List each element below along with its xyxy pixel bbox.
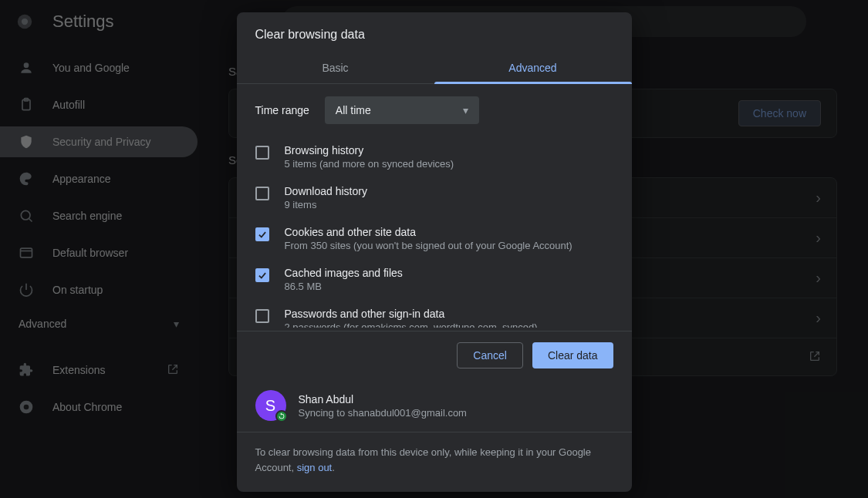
sidebar-item-label: Default browser	[52, 247, 128, 259]
svg-point-4	[24, 62, 29, 68]
time-range-label: Time range	[255, 104, 309, 116]
dropdown-arrow-icon: ▾	[463, 104, 468, 116]
avatar-initial: S	[265, 397, 275, 415]
chevron-down-icon: ▾	[174, 318, 179, 330]
sidebar-item-label: Autofill	[52, 99, 85, 111]
sidebar-item-security-privacy[interactable]: Security and Privacy	[0, 126, 198, 157]
chrome-icon	[19, 399, 34, 415]
sidebar-item-label: About Chrome	[52, 401, 122, 413]
footer-period: .	[332, 462, 335, 473]
svg-point-7	[21, 210, 30, 220]
option-checkbox[interactable]	[255, 268, 269, 282]
svg-rect-9	[21, 248, 32, 257]
sidebar-advanced-toggle[interactable]: Advanced ▾	[0, 311, 198, 336]
option-subtitle: From 350 sites (you won't be signed out …	[285, 240, 572, 251]
option-checkbox[interactable]	[255, 309, 269, 323]
clear-data-option: Browsing history5 items (and more on syn…	[255, 136, 613, 177]
account-name: Shan Abdul	[299, 393, 467, 405]
account-row: S Shan Abdul Syncing to shanabdul001@gma…	[237, 379, 632, 432]
chevron-right-icon	[816, 189, 821, 207]
external-link-icon	[167, 363, 179, 378]
account-sync-status: Syncing to shanabdul001@gmail.com	[299, 407, 467, 419]
option-checkbox[interactable]	[255, 227, 269, 241]
chevron-right-icon	[816, 269, 821, 287]
tab-basic[interactable]: Basic	[237, 52, 434, 83]
clear-data-option: Cookies and other site dataFrom 350 site…	[255, 218, 613, 259]
sidebar: You and Google Autofill Security and Pri…	[0, 43, 198, 498]
puzzle-icon	[19, 362, 34, 378]
sidebar-item-extensions[interactable]: Extensions	[0, 355, 198, 385]
chevron-right-icon	[816, 309, 821, 327]
time-range-value: All time	[336, 104, 371, 116]
sidebar-item-label: Search engine	[52, 210, 122, 222]
sidebar-item-label: On startup	[52, 284, 103, 296]
sidebar-item-default-browser[interactable]: Default browser	[0, 237, 198, 268]
sidebar-item-search-engine[interactable]: Search engine	[0, 200, 198, 231]
cancel-button[interactable]: Cancel	[457, 342, 523, 368]
option-subtitle: 9 items	[285, 199, 367, 210]
sign-out-link[interactable]: sign out	[297, 462, 333, 473]
chrome-logo-icon	[15, 12, 34, 31]
sidebar-item-label: You and Google	[52, 62, 130, 74]
user-icon	[19, 60, 34, 76]
sidebar-item-on-startup[interactable]: On startup	[0, 274, 198, 305]
clear-data-option: Cached images and files86.5 MB	[255, 259, 613, 300]
dialog-footer-text: To clear browsing data from this device …	[237, 432, 632, 492]
option-checkbox[interactable]	[255, 187, 269, 200]
sidebar-advanced-label: Advanced	[19, 318, 66, 330]
sidebar-item-label: Extensions	[52, 364, 105, 376]
search-icon	[19, 208, 34, 224]
browser-icon	[19, 245, 34, 261]
power-icon	[19, 282, 34, 298]
sidebar-item-you-and-google[interactable]: You and Google	[0, 52, 198, 83]
sidebar-item-appearance[interactable]: Appearance	[0, 163, 198, 194]
option-title: Passwords and other sign-in data	[285, 308, 538, 320]
sync-badge-icon	[275, 410, 288, 422]
dialog-tabs: Basic Advanced	[237, 52, 632, 84]
dialog-scroll[interactable]: Time range All time ▾ Browsing history5 …	[237, 96, 632, 328]
option-title: Cached images and files	[285, 267, 403, 279]
option-title: Download history	[285, 185, 367, 197]
chevron-right-icon	[816, 229, 821, 247]
external-link-icon	[809, 350, 821, 365]
shield-icon	[19, 134, 34, 150]
page-title: Settings	[52, 12, 114, 32]
clipboard-icon	[19, 97, 34, 113]
palette-icon	[19, 171, 34, 187]
option-subtitle: 2 passwords (for emakicms.com, wordtune.…	[285, 321, 538, 328]
svg-line-8	[29, 219, 32, 222]
svg-point-1	[22, 19, 28, 25]
avatar: S	[255, 390, 286, 421]
sidebar-item-label: Appearance	[52, 173, 111, 185]
clear-browsing-data-dialog: Clear browsing data Basic Advanced Time …	[237, 12, 632, 492]
option-title: Browsing history	[285, 144, 454, 156]
tab-advanced[interactable]: Advanced	[434, 52, 632, 83]
sidebar-item-about-chrome[interactable]: About Chrome	[0, 392, 198, 422]
clear-data-option: Passwords and other sign-in data2 passwo…	[255, 300, 613, 328]
dialog-title: Clear browsing data	[237, 12, 632, 42]
clear-data-option: Download history9 items	[255, 177, 613, 218]
option-subtitle: 86.5 MB	[285, 281, 403, 292]
check-now-button[interactable]: Check now	[738, 100, 821, 126]
sidebar-item-label: Security and Privacy	[52, 136, 151, 148]
svg-point-12	[24, 405, 29, 410]
time-range-select[interactable]: All time ▾	[325, 96, 479, 124]
clear-data-button[interactable]: Clear data	[532, 342, 613, 368]
option-subtitle: 5 items (and more on synced devices)	[285, 158, 454, 170]
option-title: Cookies and other site data	[285, 226, 572, 238]
sidebar-item-autofill[interactable]: Autofill	[0, 89, 198, 120]
option-checkbox[interactable]	[255, 146, 269, 160]
